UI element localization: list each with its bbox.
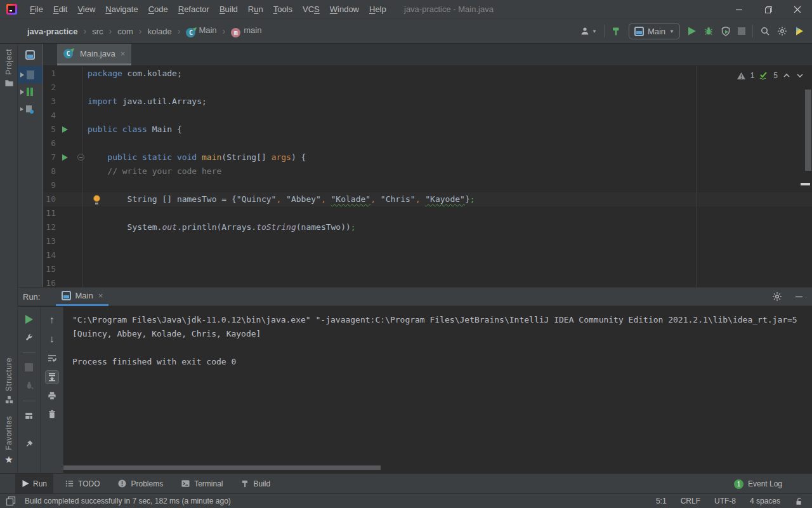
project-tree-item[interactable] <box>18 83 43 100</box>
menu-file[interactable]: File <box>25 4 48 14</box>
restore-button[interactable] <box>754 0 783 19</box>
menu-build[interactable]: Build <box>214 4 243 14</box>
run-tab-main[interactable]: Main × <box>56 288 108 306</box>
code-line[interactable]: 5public class Main { <box>43 123 812 137</box>
run-line-icon[interactable] <box>62 126 68 133</box>
rerun-button[interactable] <box>25 315 33 324</box>
tool-button-todo[interactable]: TODO <box>58 474 106 494</box>
status-message[interactable]: Build completed successfully in 7 sec, 1… <box>25 497 231 505</box>
chevron-right-icon[interactable] <box>20 107 23 111</box>
code-line[interactable]: 9 <box>43 178 812 192</box>
run-config-selector[interactable]: Main ▼ <box>629 23 680 39</box>
run-line-icon[interactable] <box>62 154 68 161</box>
caret-position[interactable]: 5:1 <box>656 497 667 505</box>
code-line[interactable]: 4 <box>43 109 812 123</box>
chevron-right-icon[interactable] <box>20 72 24 77</box>
settings-button[interactable] <box>777 26 787 36</box>
hide-panel-icon[interactable] <box>795 293 803 301</box>
code-editor[interactable]: 1package com.kolade;23import java.util.A… <box>43 66 812 287</box>
tool-button-problems[interactable]: Problems <box>111 474 169 494</box>
menu-window[interactable]: Window <box>325 4 364 14</box>
code-line[interactable]: 12 System.out.println(Arrays.toString(na… <box>43 220 812 234</box>
breadcrumb-method[interactable]: mmain <box>231 25 261 37</box>
menu-tools[interactable]: Tools <box>268 4 298 14</box>
restore-layout-icon[interactable] <box>24 411 34 420</box>
tool-button-terminal[interactable]: Terminal <box>174 474 229 494</box>
soft-wrap-icon[interactable] <box>47 353 57 363</box>
tool-button-build[interactable]: Build <box>235 474 277 494</box>
tool-button-project[interactable]: Project <box>0 49 18 88</box>
chevron-right-icon[interactable] <box>20 90 24 95</box>
code-line[interactable]: 7 public static void main(String[] args)… <box>43 150 812 164</box>
code-line[interactable]: 8 // write your code here <box>43 164 812 178</box>
menu-navigate[interactable]: Navigate <box>100 4 143 14</box>
tool-button-run[interactable]: Run <box>15 474 53 494</box>
breadcrumb: java-practice › src › com › kolade › CMa… <box>25 19 263 43</box>
breadcrumb-package[interactable]: kolade <box>147 27 171 36</box>
code-line[interactable]: 6 <box>43 137 812 150</box>
line-separator[interactable]: CRLF <box>681 497 700 505</box>
console-hscrollbar-thumb[interactable] <box>63 465 381 470</box>
run-button[interactable] <box>687 26 697 36</box>
menu-run[interactable]: Run <box>243 4 268 14</box>
rerun-failed-icon-disabled <box>24 380 34 391</box>
debug-button[interactable] <box>704 26 714 36</box>
tab-close-icon[interactable]: × <box>121 49 126 58</box>
tool-button-structure[interactable]: Structure <box>0 358 18 404</box>
minimize-button[interactable] <box>724 0 754 19</box>
console-output[interactable]: "C:\Program Files\Java\jdk-11.0.12\bin\j… <box>63 307 812 473</box>
breadcrumb-class[interactable]: CMain <box>186 25 216 37</box>
breadcrumb-project[interactable]: java-practice <box>27 27 78 36</box>
editor-scrollbar-thumb[interactable] <box>805 90 811 171</box>
file-encoding[interactable]: UTF-8 <box>714 497 736 505</box>
chevron-down-icon[interactable] <box>796 72 804 79</box>
tool-button-favorites[interactable]: Favorites ★ <box>0 416 18 465</box>
scroll-to-end-button-selected[interactable] <box>45 370 59 384</box>
gear-icon[interactable] <box>772 291 782 302</box>
breadcrumb-src[interactable]: src <box>92 27 103 36</box>
down-stack-trace-button[interactable]: ↓ <box>49 334 55 344</box>
coverage-button[interactable] <box>721 26 731 36</box>
code-line[interactable]: 16 <box>43 276 812 287</box>
code-line[interactable]: 3import java.util.Arrays; <box>43 95 812 109</box>
event-log-button[interactable]: 1 Event Log <box>734 474 782 494</box>
code-line[interactable]: 1package com.kolade; <box>43 67 812 81</box>
indent-setting[interactable]: 4 spaces <box>750 497 780 505</box>
print-icon[interactable] <box>47 391 57 401</box>
unlock-icon[interactable] <box>794 497 803 506</box>
build-button[interactable] <box>612 26 622 36</box>
fold-icon[interactable] <box>77 154 84 161</box>
code-line[interactable]: 14 <box>43 248 812 262</box>
code-line[interactable]: 11 <box>43 206 812 220</box>
code-line[interactable]: 13 <box>43 234 812 248</box>
code-line[interactable]: 10 String [] namesTwo = {"Quincy", "Abbe… <box>43 192 812 206</box>
intention-bulb-icon[interactable] <box>93 195 100 202</box>
profile-button[interactable]: ▼ <box>580 26 597 36</box>
menu-refactor[interactable]: Refactor <box>173 4 214 14</box>
breadcrumb-com[interactable]: com <box>117 27 133 36</box>
inspections-widget[interactable]: 1 5 <box>737 71 804 80</box>
menu-edit[interactable]: Edit <box>48 4 72 14</box>
tab-close-icon[interactable]: × <box>98 291 103 300</box>
code-line[interactable]: 15 <box>43 262 812 276</box>
tool-window-switcher-icon[interactable] <box>6 496 16 506</box>
chevron-up-icon[interactable] <box>782 72 791 79</box>
up-stack-trace-button[interactable]: ↑ <box>49 315 55 325</box>
code-line[interactable]: 2 <box>43 81 812 95</box>
menu-view[interactable]: View <box>72 4 100 14</box>
code-text: public class Main { <box>82 123 182 137</box>
menu-code[interactable]: Code <box>143 4 173 14</box>
project-tree-item-selected[interactable] <box>18 66 43 83</box>
project-tree-item[interactable] <box>18 100 43 117</box>
tab-main-java[interactable]: C Main.java × <box>57 44 131 65</box>
menu-vcs[interactable]: VCS <box>298 4 325 14</box>
wrench-icon[interactable] <box>24 333 34 342</box>
close-button[interactable] <box>783 0 812 19</box>
gutter <box>56 81 82 95</box>
pin-icon[interactable] <box>24 439 34 449</box>
search-everywhere-button[interactable] <box>760 26 770 36</box>
ide-updates-button[interactable] <box>794 26 804 36</box>
trash-icon[interactable] <box>47 410 57 419</box>
menu-help[interactable]: Help <box>364 4 391 14</box>
line-number: 3 <box>46 95 56 109</box>
